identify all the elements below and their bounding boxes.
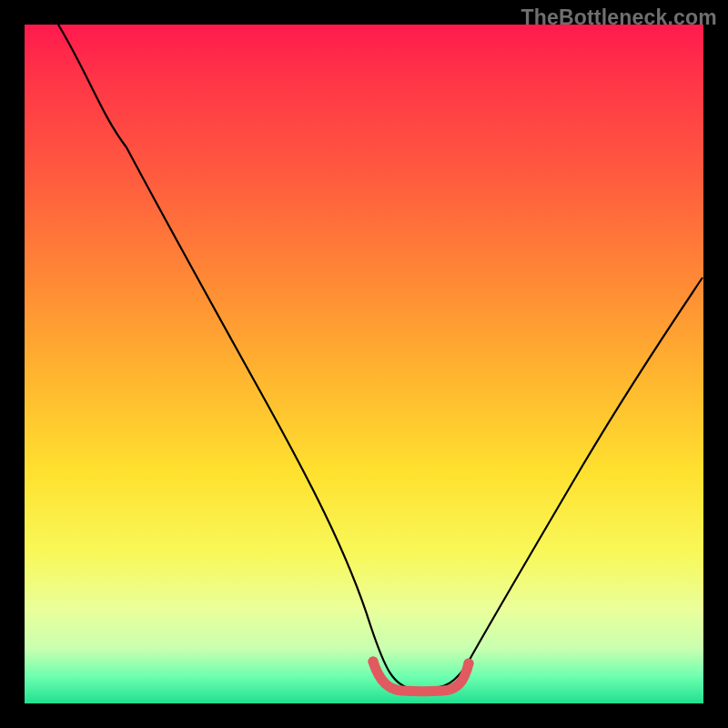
chart-svg-layer — [25, 25, 703, 703]
bottleneck-curve — [58, 25, 703, 689]
optimal-zone-start-dot — [369, 657, 379, 667]
watermark-text: TheBottleneck.com — [521, 5, 717, 30]
optimal-zone-end-dot — [464, 659, 474, 669]
chart-plot-area — [25, 25, 703, 703]
bottleneck-curve-path — [58, 25, 703, 689]
optimal-zone-path — [373, 662, 469, 692]
